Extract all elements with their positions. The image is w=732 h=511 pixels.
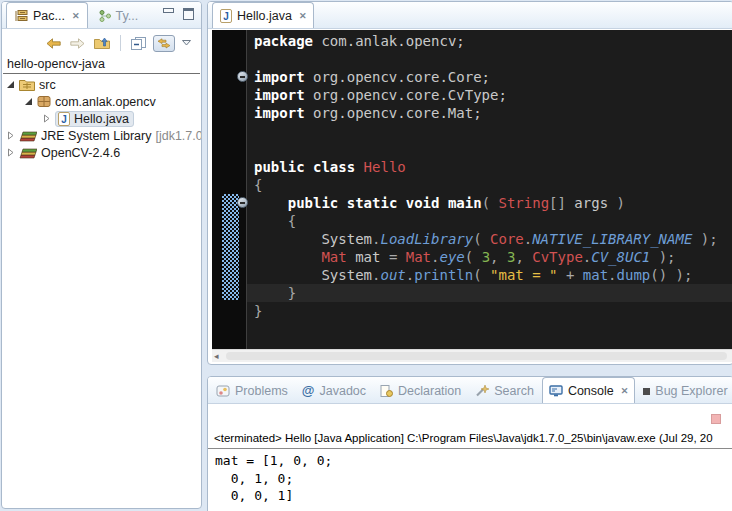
tab-declaration[interactable]: Declaration (374, 379, 467, 403)
package-icon (37, 95, 51, 108)
code-text[interactable]: package com.anlak.opencv;import org.open… (247, 30, 732, 349)
code-line[interactable]: public static void main( String[] args ) (247, 194, 732, 212)
svg-text:J: J (61, 114, 67, 125)
fold-collapse-icon[interactable] (237, 71, 248, 82)
tree-item-label: OpenCV-2.4.6 (41, 146, 120, 160)
library-icon (19, 147, 37, 159)
tab-javadoc[interactable]: @Javadoc (296, 379, 372, 403)
link-with-editor-icon[interactable] (153, 35, 175, 52)
twistie-expanded-icon[interactable] (5, 80, 15, 89)
twistie-collapsed-icon[interactable] (5, 148, 15, 157)
tree-item-opencv-2-4-6[interactable]: OpenCV-2.4.6 (2, 144, 201, 161)
view-window-controls (163, 8, 194, 20)
code-line[interactable]: Mat mat = Mat.eye( 3, 3, CvType.CV_8UC1 … (247, 248, 732, 266)
bug-icon (643, 388, 650, 395)
editor-panel: J Hello.java package com.anlak.opencv;im… (207, 1, 732, 365)
maximize-icon[interactable] (183, 8, 194, 20)
code-line[interactable]: import org.opencv.core.Mat; (247, 104, 732, 122)
back-icon[interactable] (44, 37, 63, 50)
tab-problems[interactable]: Problems (210, 379, 294, 403)
tab-search[interactable]: Search (469, 379, 540, 403)
twistie-collapsed-icon[interactable] (41, 114, 51, 123)
editor-horizontal-scrollbar[interactable] (212, 349, 732, 362)
console-status-line: <terminated> Hello [Java Application] C:… (208, 429, 732, 449)
declaration-icon (380, 385, 393, 397)
java-file-icon: J (58, 112, 70, 126)
tab-console[interactable]: Console (542, 377, 635, 403)
code-line[interactable]: import org.opencv.core.Core; (247, 68, 732, 86)
package-explorer-panel: Pac...Ty... hello-opencv-java srccom.anl… (1, 1, 202, 509)
tree-item-label: JRE System Library (41, 129, 151, 143)
tree-item-src[interactable]: src (2, 76, 201, 93)
minimize-icon[interactable] (163, 8, 174, 13)
forward-icon[interactable] (68, 37, 87, 50)
collapse-all-icon[interactable] (129, 36, 148, 51)
code-line[interactable]: } (247, 302, 732, 320)
tab-label: Bug Explorer (655, 384, 727, 398)
twistie-collapsed-icon[interactable] (5, 131, 15, 140)
project-root-item[interactable]: hello-opencv-java (3, 57, 200, 74)
javadoc-icon: @ (302, 385, 315, 397)
tree-item-hello-java[interactable]: JHello.java (2, 110, 201, 127)
console-tabbar: Problems@JavadocDeclarationSearchConsole… (208, 377, 732, 404)
tab-label: Declaration (398, 384, 461, 398)
twistie-expanded-icon[interactable] (23, 97, 33, 106)
problems-icon (216, 385, 230, 397)
code-editor[interactable]: package com.anlak.opencv;import org.open… (212, 30, 732, 349)
code-line[interactable]: System.LoadLibrary( Core.NATIVE_LIBRARY_… (247, 230, 732, 248)
tab-label: Search (494, 384, 534, 398)
editor-tab-hello-java[interactable]: J Hello.java (212, 2, 314, 28)
code-line[interactable]: { (247, 176, 732, 194)
console-icon (549, 385, 563, 397)
code-line[interactable]: { (247, 212, 732, 230)
editor-tabbar: J Hello.java (208, 2, 732, 29)
tab-label: Ty... (116, 9, 139, 23)
java-file-icon: J (220, 9, 232, 23)
source-folder-icon (19, 78, 35, 91)
tab-ty[interactable]: Ty... (92, 4, 146, 28)
toolbar-separator (120, 35, 121, 51)
editor-tab-label: Hello.java (237, 9, 292, 23)
code-line[interactable] (247, 140, 732, 158)
tree-item-label: Hello.java (74, 112, 129, 126)
tab-label: Pac... (33, 9, 65, 23)
package-explorer-icon (14, 10, 28, 22)
scroll-left-arrow-icon[interactable] (214, 350, 219, 362)
svg-text:J: J (223, 11, 229, 22)
view-menu-icon[interactable] (180, 39, 193, 47)
close-icon[interactable] (297, 11, 307, 21)
fold-collapse-icon[interactable] (237, 197, 248, 208)
console-output[interactable]: mat = [1, 0, 0; 0, 1, 0; 0, 0, 1] (208, 450, 732, 511)
tab-label: Problems (235, 384, 288, 398)
search-icon (475, 385, 489, 397)
code-line[interactable]: public class Hello (247, 158, 732, 176)
tree-item-com-anlak-opencv[interactable]: com.anlak.opencv (2, 93, 201, 110)
selected-item-highlight: JHello.java (55, 111, 134, 127)
package-explorer-tabbar: Pac...Ty... (2, 2, 201, 29)
close-icon[interactable] (70, 11, 80, 21)
tree-item-label: com.anlak.opencv (55, 95, 156, 109)
code-line[interactable]: System.out.println( "mat = " + mat.dump(… (247, 266, 732, 284)
tab-label: Console (568, 384, 614, 398)
tab-bug-explorer[interactable]: Bug Explorer (637, 379, 732, 403)
tab-label: Javadoc (319, 384, 366, 398)
tree-item-jre-system-library[interactable]: JRE System Library [jdk1.7.0 (2, 127, 201, 144)
scrollbar-thumb[interactable] (226, 352, 727, 360)
console-panel: Problems@JavadocDeclarationSearchConsole… (207, 376, 732, 511)
project-tree: hello-opencv-java srccom.anlak.opencvJHe… (2, 55, 201, 161)
method-range-indicator (222, 194, 239, 300)
code-line[interactable]: import org.opencv.core.CvType; (247, 86, 732, 104)
tree-item-suffix: [jdk1.7.0 (155, 129, 202, 143)
package-explorer-toolbar (2, 29, 201, 55)
terminate-icon[interactable] (711, 414, 721, 424)
library-icon (19, 130, 37, 142)
close-icon[interactable] (619, 386, 629, 396)
tab-pac[interactable]: Pac... (6, 2, 88, 28)
code-line[interactable]: package com.anlak.opencv; (247, 32, 732, 50)
type-hierarchy-icon (99, 10, 111, 22)
code-line[interactable] (247, 50, 732, 68)
code-line-current[interactable]: } (247, 284, 732, 302)
tree-item-label: src (39, 78, 56, 92)
code-line[interactable] (247, 122, 732, 140)
up-icon[interactable] (92, 36, 112, 50)
